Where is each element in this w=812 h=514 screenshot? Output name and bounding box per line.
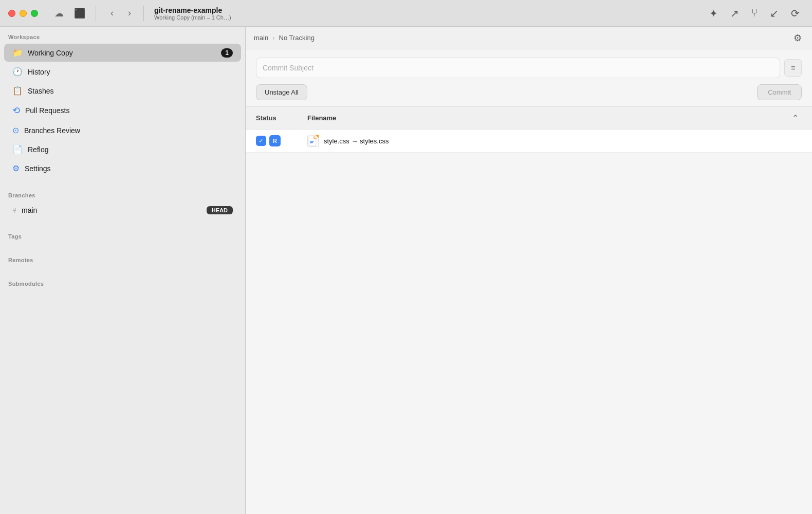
cloud-icon[interactable]: ☁ [54, 8, 64, 19]
unstage-all-button[interactable]: Unstage All [256, 84, 307, 100]
breadcrumb-branch: main [254, 34, 268, 42]
commit-actions: Unstage All Commit [256, 84, 802, 100]
back-button[interactable]: ‹ [106, 6, 118, 21]
repo-subtitle: Working Copy (main – 1 Ch…) [154, 14, 231, 21]
sidebar-item-stashes[interactable]: 📋 Stashes [4, 82, 241, 100]
filter-settings-button[interactable]: ⚙ [791, 30, 804, 46]
file-list-header: Status Filename ⌃ [246, 107, 812, 130]
fetch-button[interactable]: ⟳ [787, 5, 804, 22]
stash-button[interactable]: ↗ [726, 5, 743, 22]
branches-review-label: Branches Review [24, 126, 233, 135]
svg-rect-1 [310, 141, 314, 142]
close-button[interactable] [8, 10, 15, 17]
collapse-button[interactable]: ⌃ [789, 112, 802, 124]
file-name: style.css → styles.css [324, 137, 389, 145]
commit-template-button[interactable]: ≡ [784, 59, 802, 77]
fullscreen-button[interactable] [31, 10, 38, 17]
commit-button[interactable]: Commit [757, 84, 802, 100]
minimize-button[interactable] [20, 10, 27, 17]
reflog-icon: 📄 [12, 144, 23, 154]
file-status-icons: ✓ R [256, 135, 307, 146]
remotes-section-label: Remotes [0, 250, 245, 266]
stashes-label: Stashes [28, 87, 233, 95]
branch-icon: ⑂ [12, 206, 16, 214]
history-icon: 🕐 [12, 67, 23, 77]
file-info: style.css → styles.css [307, 135, 802, 147]
repo-title: git-rename-example Working Copy (main – … [154, 6, 231, 21]
main-layout: Workspace 📁 Working Copy 1 🕐 History 📋 S… [0, 27, 812, 514]
sidebar-item-working-copy[interactable]: 📁 Working Copy 1 [4, 44, 241, 62]
filename-column-header: Filename [307, 114, 789, 122]
status-column-header: Status [256, 114, 307, 122]
css-file-icon [307, 135, 319, 147]
commit-subject-row: ≡ [256, 58, 802, 78]
breadcrumb-tracking: No Tracking [279, 34, 315, 42]
breadcrumb-bar: main › No Tracking ⚙ [246, 27, 812, 49]
history-label: History [28, 68, 233, 76]
breadcrumb-separator: › [272, 34, 274, 42]
svg-rect-2 [310, 142, 313, 143]
sidebar-item-branches-review[interactable]: ⊙ Branches Review [4, 121, 241, 139]
stashes-icon: 📋 [12, 86, 23, 96]
branches-review-icon: ⊙ [12, 125, 19, 135]
settings-icon: ⚙ [12, 163, 20, 173]
content-area: main › No Tracking ⚙ ≡ Unstage All Commi… [246, 27, 812, 514]
head-badge: HEAD [207, 206, 233, 214]
branches-section-label: Branches [0, 185, 245, 201]
settings-label: Settings [25, 164, 233, 173]
sidebar-branch-main[interactable]: ⑂ main HEAD [4, 202, 241, 218]
titlebar-actions: ✦ ↗ ⑂ ↙ ⟳ [705, 5, 804, 22]
sidebar: Workspace 📁 Working Copy 1 🕐 History 📋 S… [0, 27, 246, 514]
sidebar-item-pull-requests[interactable]: ⟲ Pull Requests [4, 101, 241, 120]
commit-area: ≡ Unstage All Commit [246, 49, 812, 107]
magic-button[interactable]: ✦ [705, 5, 722, 22]
titlebar: ☁ ⬛ ‹ › git-rename-example Working Copy … [0, 0, 812, 27]
drive-icon[interactable]: ⬛ [74, 8, 85, 19]
sidebar-item-history[interactable]: 🕐 History [4, 63, 241, 81]
rename-status-badge: R [269, 135, 281, 146]
workspace-section-label: Workspace [0, 27, 245, 43]
submodules-section-label: Submodules [0, 273, 245, 290]
repo-name: git-rename-example [154, 6, 231, 14]
pull-button[interactable]: ↙ [766, 5, 783, 22]
reflog-label: Reflog [28, 145, 233, 154]
file-checkbox[interactable]: ✓ [256, 136, 266, 146]
table-row[interactable]: ✓ R style.css → styles.css [246, 130, 812, 153]
traffic-lights [8, 10, 38, 17]
commit-subject-input[interactable] [256, 58, 780, 78]
tags-section-label: Tags [0, 226, 245, 243]
working-copy-badge: 1 [221, 48, 233, 58]
pull-requests-icon: ⟲ [12, 105, 20, 116]
sidebar-item-settings[interactable]: ⚙ Settings [4, 159, 241, 177]
folder-icon: 📁 [12, 48, 23, 58]
sidebar-item-reflog[interactable]: 📄 Reflog [4, 140, 241, 158]
titlebar-icons: ☁ ⬛ [54, 8, 85, 19]
forward-button[interactable]: › [124, 6, 135, 21]
working-copy-label: Working Copy [28, 49, 216, 57]
branch-button[interactable]: ⑂ [747, 5, 762, 21]
pull-requests-label: Pull Requests [25, 106, 233, 115]
branch-name: main [22, 206, 201, 214]
